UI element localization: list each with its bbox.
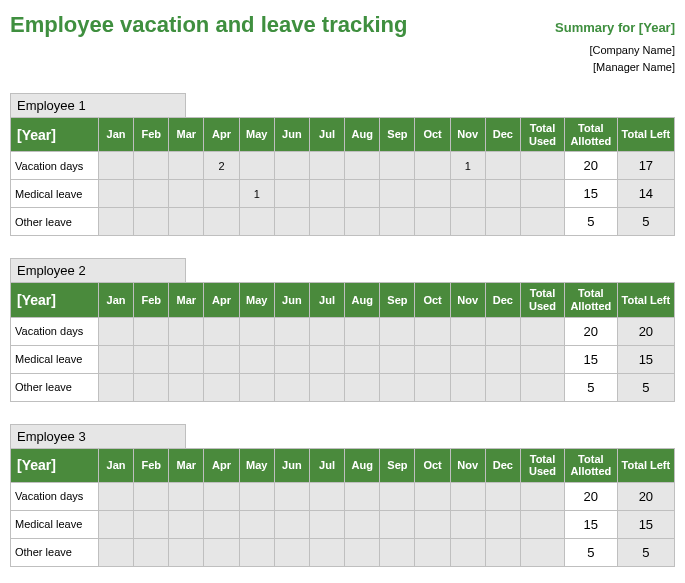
month-cell: [134, 180, 169, 208]
month-cell: [239, 373, 274, 401]
total-used-cell: [521, 482, 565, 510]
month-cell: [450, 510, 485, 538]
table-row: Medical leave1515: [11, 510, 675, 538]
total-allotted-cell: 15: [564, 510, 617, 538]
month-cell: [485, 538, 520, 566]
leave-table: [Year]JanFebMarAprMayJunJulAugSepOctNovD…: [10, 282, 675, 401]
col-total-allotted: Total Allotted: [564, 283, 617, 317]
meta-block: [Company Name] [Manager Name]: [10, 42, 675, 75]
month-cell: [134, 345, 169, 373]
month-cell: [450, 208, 485, 236]
total-allotted-cell: 5: [564, 208, 617, 236]
month-cell: [169, 345, 204, 373]
month-cell: [380, 317, 415, 345]
month-cell: [380, 180, 415, 208]
col-month: May: [239, 118, 274, 152]
month-cell: 2: [204, 152, 239, 180]
col-month: Oct: [415, 118, 450, 152]
col-month: Jun: [274, 448, 309, 482]
month-cell: [169, 180, 204, 208]
month-cell: [380, 208, 415, 236]
month-cell: [485, 180, 520, 208]
col-month: Mar: [169, 283, 204, 317]
row-label: Medical leave: [11, 345, 99, 373]
month-cell: [415, 482, 450, 510]
month-cell: [274, 317, 309, 345]
table-row: Vacation days2020: [11, 317, 675, 345]
month-cell: [380, 345, 415, 373]
employee-name: Employee 1: [10, 93, 186, 117]
total-left-cell: 15: [617, 510, 674, 538]
month-cell: [204, 482, 239, 510]
col-year: [Year]: [11, 283, 99, 317]
month-cell: [204, 373, 239, 401]
employee-block: Employee 3[Year]JanFebMarAprMayJunJulAug…: [10, 424, 675, 567]
month-cell: [98, 208, 133, 236]
month-cell: [169, 317, 204, 345]
col-total-allotted: Total Allotted: [564, 448, 617, 482]
col-total-left: Total Left: [617, 283, 674, 317]
total-used-cell: [521, 152, 565, 180]
col-month: Apr: [204, 118, 239, 152]
month-cell: [345, 317, 380, 345]
col-total-used: Total Used: [521, 448, 565, 482]
month-cell: [309, 208, 344, 236]
month-cell: [309, 373, 344, 401]
table-row: Other leave55: [11, 373, 675, 401]
month-cell: [239, 538, 274, 566]
total-left-cell: 20: [617, 482, 674, 510]
row-label: Other leave: [11, 538, 99, 566]
month-cell: [345, 180, 380, 208]
col-month: Jun: [274, 118, 309, 152]
col-month: Nov: [450, 448, 485, 482]
row-label: Vacation days: [11, 317, 99, 345]
month-cell: [450, 373, 485, 401]
month-cell: [274, 482, 309, 510]
col-month: Jan: [98, 118, 133, 152]
col-month: Aug: [345, 283, 380, 317]
month-cell: [485, 152, 520, 180]
row-label: Vacation days: [11, 482, 99, 510]
leave-table: [Year]JanFebMarAprMayJunJulAugSepOctNovD…: [10, 117, 675, 236]
month-cell: [274, 208, 309, 236]
col-month: Aug: [345, 118, 380, 152]
month-cell: [380, 510, 415, 538]
month-cell: [98, 152, 133, 180]
month-cell: [169, 152, 204, 180]
month-cell: [309, 538, 344, 566]
month-cell: [309, 152, 344, 180]
month-cell: [415, 538, 450, 566]
month-cell: [415, 152, 450, 180]
month-cell: [415, 317, 450, 345]
month-cell: [239, 208, 274, 236]
col-month: Jul: [309, 448, 344, 482]
month-cell: [134, 510, 169, 538]
month-cell: [345, 510, 380, 538]
month-cell: [450, 345, 485, 373]
month-cell: [274, 373, 309, 401]
month-cell: [134, 373, 169, 401]
month-cell: [134, 152, 169, 180]
total-used-cell: [521, 538, 565, 566]
col-total-left: Total Left: [617, 448, 674, 482]
table-row: Other leave55: [11, 208, 675, 236]
month-cell: [415, 180, 450, 208]
col-month: Aug: [345, 448, 380, 482]
total-used-cell: [521, 373, 565, 401]
col-month: Dec: [485, 448, 520, 482]
col-month: Feb: [134, 448, 169, 482]
month-cell: [415, 373, 450, 401]
table-row: Vacation days2020: [11, 482, 675, 510]
col-month: Sep: [380, 283, 415, 317]
col-month: Oct: [415, 448, 450, 482]
col-month: Sep: [380, 118, 415, 152]
month-cell: [98, 345, 133, 373]
company-name: [Company Name]: [10, 42, 675, 59]
month-cell: [485, 482, 520, 510]
month-cell: [345, 152, 380, 180]
month-cell: [450, 538, 485, 566]
month-cell: [450, 482, 485, 510]
col-month: May: [239, 448, 274, 482]
month-cell: [169, 482, 204, 510]
month-cell: [239, 152, 274, 180]
